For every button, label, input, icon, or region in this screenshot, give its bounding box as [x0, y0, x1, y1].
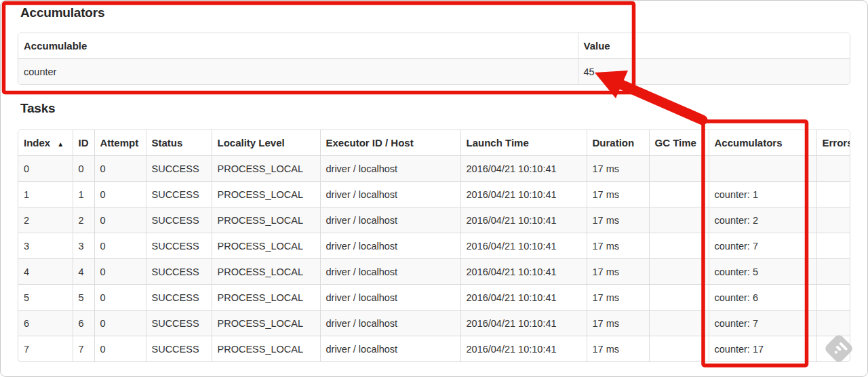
executor-id-host-cell: driver / localhost [320, 285, 460, 311]
gc-time-cell [649, 336, 709, 362]
index-cell: 0 [18, 156, 73, 182]
accumulable-column-header[interactable]: Accumulable [18, 33, 578, 59]
watermark-stripe [834, 351, 838, 355]
attempt-cell: 0 [94, 336, 146, 362]
accumulators-cell: counter: 1 [709, 182, 816, 207]
index-cell: 1 [18, 182, 73, 207]
task-row: 5 5 0 SUCCESS PROCESS_LOCAL driver / loc… [18, 285, 850, 311]
attempt-cell: 0 [94, 259, 146, 285]
status-cell: SUCCESS [146, 259, 212, 285]
errors-cell [816, 259, 850, 285]
launch-time-cell: 2016/04/21 10:10:41 [460, 207, 587, 233]
red-arrow-shaft [622, 85, 703, 120]
accumulators-header-row: Accumulable Value [18, 33, 850, 59]
executor-id-host-cell: driver / localhost [320, 207, 460, 233]
locality-level-cell: PROCESS_LOCAL [212, 285, 320, 311]
errors-cell [816, 182, 850, 207]
id-cell: 1 [73, 182, 94, 207]
value-column-header[interactable]: Value [578, 33, 850, 59]
status-cell: SUCCESS [146, 336, 212, 362]
id-cell: 6 [73, 311, 94, 336]
gc-time-header-label: GC Time [655, 137, 696, 148]
id-column-header[interactable]: ID [73, 130, 94, 156]
executor-id-host-cell: driver / localhost [320, 336, 460, 362]
locality-level-cell: PROCESS_LOCAL [212, 336, 320, 362]
status-cell: SUCCESS [146, 233, 212, 259]
accumulators-cell: counter: 5 [709, 259, 816, 285]
gc-time-cell [649, 182, 709, 207]
locality-level-cell: PROCESS_LOCAL [212, 207, 320, 233]
accumulators-cell: counter: 7 [709, 311, 816, 336]
launch-time-cell: 2016/04/21 10:10:41 [460, 336, 587, 362]
errors-column-header[interactable]: Errors [816, 130, 850, 156]
accumulators-section-title: Accumulators [20, 5, 104, 20]
task-row: 3 3 0 SUCCESS PROCESS_LOCAL driver / loc… [18, 233, 850, 259]
status-cell: SUCCESS [146, 311, 212, 336]
accumulators-cell: counter: 2 [709, 207, 816, 233]
launch-time-cell: 2016/04/21 10:10:41 [460, 259, 587, 285]
accumulators-header-label: Accumulators [715, 137, 783, 148]
index-cell: 5 [18, 285, 73, 311]
attempt-cell: 0 [94, 207, 146, 233]
task-row: 4 4 0 SUCCESS PROCESS_LOCAL driver / loc… [18, 259, 850, 285]
task-row: 2 2 0 SUCCESS PROCESS_LOCAL driver / loc… [18, 207, 850, 233]
status-header-label: Status [152, 137, 183, 148]
screenshot-frame: Accumulators Accumulable Value counter 4… [0, 0, 868, 377]
status-cell: SUCCESS [146, 285, 212, 311]
index-cell: 6 [18, 311, 73, 336]
errors-cell [816, 156, 850, 182]
gc-time-cell [649, 233, 709, 259]
id-header-label: ID [79, 137, 89, 148]
tasks-section-title: Tasks [20, 101, 55, 116]
launch-time-cell: 2016/04/21 10:10:41 [460, 156, 587, 182]
accumulators-cell: counter: 17 [709, 336, 816, 362]
duration-header-label: Duration [593, 137, 635, 148]
accumulators-cell: counter: 6 [709, 285, 816, 311]
id-cell: 7 [73, 336, 94, 362]
launch-time-cell: 2016/04/21 10:10:41 [460, 233, 587, 259]
gc-time-cell [649, 259, 709, 285]
executor-id-host-cell: driver / localhost [320, 233, 460, 259]
id-cell: 2 [73, 207, 94, 233]
errors-cell [816, 207, 850, 233]
locality-level-cell: PROCESS_LOCAL [212, 311, 320, 336]
index-cell: 3 [18, 233, 73, 259]
errors-cell [816, 285, 850, 311]
index-column-header[interactable]: Index▲ [18, 130, 73, 156]
attempt-column-header[interactable]: Attempt [94, 130, 146, 156]
accumulators-cell [709, 156, 816, 182]
gc-time-column-header[interactable]: GC Time [649, 130, 709, 156]
id-cell: 4 [73, 259, 94, 285]
errors-cell [816, 233, 850, 259]
launch-time-header-label: Launch Time [467, 137, 529, 148]
tasks-header-row: Index▲ ID Attempt Status Locality Level … [18, 130, 850, 156]
duration-cell: 17 ms [587, 233, 649, 259]
locality-level-column-header[interactable]: Locality Level [212, 130, 320, 156]
gc-time-cell [649, 207, 709, 233]
attempt-cell: 0 [94, 182, 146, 207]
index-cell: 2 [18, 207, 73, 233]
accumulable-header-label: Accumulable [24, 40, 87, 52]
attempt-header-label: Attempt [100, 137, 139, 148]
launch-time-column-header[interactable]: Launch Time [460, 130, 587, 156]
executor-id-host-cell: driver / localhost [320, 156, 460, 182]
gc-time-cell [649, 156, 709, 182]
duration-cell: 17 ms [587, 156, 649, 182]
duration-cell: 17 ms [587, 259, 649, 285]
gc-time-cell [649, 311, 709, 336]
locality-level-cell: PROCESS_LOCAL [212, 233, 320, 259]
launch-time-cell: 2016/04/21 10:10:41 [460, 285, 587, 311]
status-column-header[interactable]: Status [146, 130, 212, 156]
gc-time-cell [649, 285, 709, 311]
errors-cell [816, 311, 850, 336]
task-row: 1 1 0 SUCCESS PROCESS_LOCAL driver / loc… [18, 182, 850, 207]
executor-id-host-column-header[interactable]: Executor ID / Host [320, 130, 460, 156]
errors-header-label: Errors [823, 137, 851, 148]
duration-cell: 17 ms [587, 182, 649, 207]
attempt-cell: 0 [94, 311, 146, 336]
duration-column-header[interactable]: Duration [587, 130, 649, 156]
status-cell: SUCCESS [146, 182, 212, 207]
accumulator-value-cell: 45 [578, 59, 850, 85]
accumulators-column-header[interactable]: Accumulators [709, 130, 816, 156]
task-row: 7 7 0 SUCCESS PROCESS_LOCAL driver / loc… [18, 336, 850, 362]
